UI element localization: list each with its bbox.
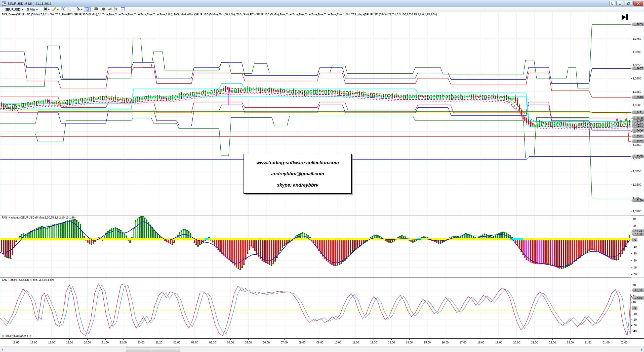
axis-tick-label: -30 — [631, 324, 637, 327]
time-tick-mark — [123, 339, 124, 340]
price-tag: 0 — [631, 238, 637, 242]
drawing-tools-button[interactable] — [51, 7, 60, 12]
price-tag: 0 — [631, 306, 637, 310]
chart-style-button[interactable] — [43, 7, 51, 12]
copyright-text: © 2013 NinjaTrader, LLC — [2, 334, 32, 337]
navigator-cyan-mark — [205, 238, 209, 240]
time-tick-mark — [230, 339, 231, 340]
price-tag: 17,65 — [631, 296, 644, 300]
zoom-out-icon — [67, 7, 72, 12]
price-tag: 1,3404 — [631, 128, 644, 132]
signal-square — [58, 103, 60, 105]
time-tick-mark — [552, 339, 553, 340]
price-tag: 1,3381 — [631, 135, 644, 138]
time-tick-mark — [356, 339, 356, 340]
axis-tick-label: -40 — [631, 266, 637, 269]
bars-panel-button[interactable] — [100, 7, 106, 12]
time-tick-label: 10:00 — [334, 341, 341, 344]
cursor-button[interactable] — [75, 7, 84, 12]
series-band-red-lower — [0, 97, 631, 136]
price-tag: 10,63 — [631, 232, 644, 236]
time-tick-mark — [159, 339, 159, 340]
time-tick-label: 19:00 — [66, 341, 73, 344]
time-tick-mark — [588, 339, 588, 340]
axis-tick-label: 1,3250 — [631, 169, 641, 173]
scrollbar-thumb[interactable] — [126, 347, 180, 352]
link-button[interactable]: L — [609, 1, 615, 6]
instrument-dropdown[interactable]: $EURUSD — [4, 7, 25, 12]
properties-button[interactable] — [119, 7, 126, 12]
axis-tick-label: 1,3700 — [631, 50, 641, 54]
chart-area[interactable]: TAS_Boxes($EURUSD (5 Min),7,7,2,1.8h), T… — [0, 12, 644, 346]
price-tag: 1,3528 — [631, 96, 644, 99]
zoom-in-button[interactable] — [60, 7, 66, 12]
time-tick-label: 17:00 — [30, 341, 37, 344]
time-tick-mark — [69, 339, 70, 340]
time-axis[interactable]: 16:0017:0018:0019:0020:0021:0022:0023:00… — [0, 338, 644, 346]
chevron-down-icon — [22, 9, 24, 10]
time-tick-mark — [409, 339, 410, 340]
chevron-down-icon — [81, 9, 83, 10]
axis-tick-label: 20 — [631, 224, 636, 228]
price-tag: 25,33 — [631, 288, 644, 292]
price-tag: 1,3803 — [631, 23, 644, 26]
price-tag: 1,3305 — [631, 155, 644, 158]
toolbar: $EURUSD 5 Min — [0, 7, 644, 12]
axis-tick-label: -20 — [631, 318, 637, 321]
ratio-red-line — [0, 284, 631, 336]
time-tick-label: 23:00 — [567, 341, 574, 344]
signal-square — [620, 120, 622, 122]
restore-button[interactable] — [625, 1, 632, 6]
watermark: www.trading-software-collection.com andr… — [244, 154, 352, 194]
time-tick-label: 15:00 — [424, 341, 431, 344]
titlebar[interactable]: $EURUSD (5 Min) 21.11.2013 L — [0, 0, 644, 7]
time-tick-label: 09:00 — [316, 341, 324, 344]
time-tick-label: 16:00 — [12, 341, 19, 344]
navigator-panel — [0, 216, 631, 270]
time-tick-label: 06:00 — [263, 341, 270, 344]
axis-tick-label: -20 — [631, 252, 637, 255]
h-scrollbar[interactable] — [0, 346, 644, 352]
data-box-button[interactable] — [84, 7, 91, 12]
toolbar-separator — [41, 8, 41, 12]
go-to-end-button[interactable] — [621, 14, 629, 21]
ratio-panel-label: TAS_Ratio($EURUSD (5 Min),3,3,10,1.8h) — [2, 278, 54, 281]
chevron-down-icon — [57, 9, 59, 10]
time-tick-label: 01:00 — [173, 341, 180, 344]
time-tick-mark — [248, 339, 249, 340]
window-buttons: L — [609, 1, 643, 6]
scroll-left-arrow[interactable] — [2, 348, 3, 351]
instrument-data-button[interactable]: $ — [113, 7, 119, 12]
minimize-button[interactable] — [616, 1, 624, 6]
dollar-icon: $ — [114, 7, 118, 12]
price-tag: 1,3471 — [631, 111, 644, 114]
toolbar-grip[interactable] — [1, 8, 2, 12]
scroll-right-arrow[interactable] — [641, 348, 643, 351]
magnifier-icon — [85, 7, 90, 12]
axis-tick-label: -40 — [631, 329, 637, 333]
time-tick-label: 03:00 — [209, 341, 216, 344]
axis-tick-label: 1,3600 — [631, 77, 641, 80]
chart-trader-button[interactable] — [93, 7, 100, 12]
time-tick-mark — [499, 339, 499, 340]
series-marketmap-cyan — [0, 91, 631, 126]
series-band-blue-upper — [0, 52, 631, 84]
interval-dropdown[interactable]: 5 Min — [25, 7, 40, 12]
time-tick-label: 21:00 — [531, 341, 538, 344]
signal-square — [625, 119, 627, 121]
zoom-out-button — [66, 7, 73, 12]
series-boxes-upper — [0, 24, 631, 89]
cursor-arrow-icon — [77, 7, 80, 12]
time-tick-mark — [374, 339, 374, 340]
time-tick-mark — [517, 339, 517, 340]
price-tag: 1,3139 — [631, 199, 644, 202]
close-button[interactable] — [633, 1, 643, 6]
time-tick-mark — [141, 339, 141, 340]
time-tick-mark — [34, 339, 34, 340]
navigator-zero-band — [0, 238, 631, 240]
watermark-site: www.trading-software-collection.com — [244, 160, 351, 165]
time-tick-label: 02:00 — [191, 341, 198, 344]
line-chart-button[interactable] — [106, 7, 113, 12]
time-tick-mark — [481, 339, 481, 340]
price-axis[interactable]: 1,37501,37001,36501,36001,35501,35001,34… — [631, 12, 644, 338]
